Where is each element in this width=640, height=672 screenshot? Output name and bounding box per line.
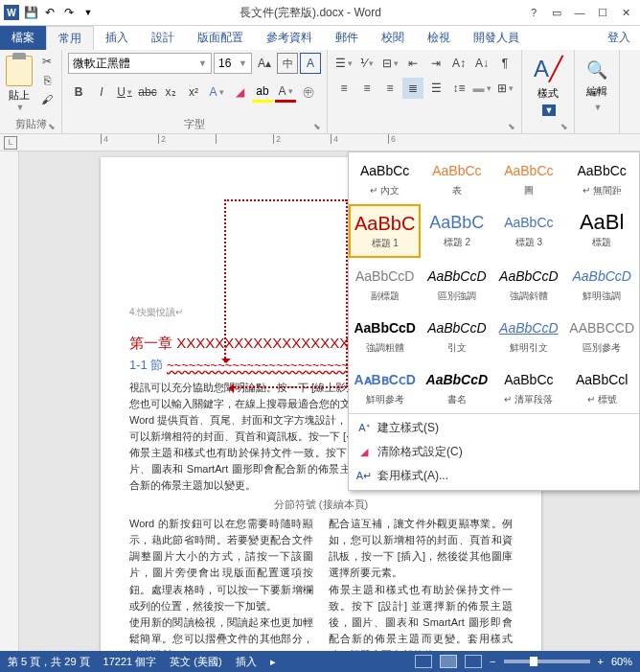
save-icon[interactable]: 💾 [23,5,38,20]
increase-indent-icon[interactable]: ⇥ [425,53,446,74]
text-direction-icon[interactable]: A↕ [448,53,469,74]
distribute-icon[interactable]: ☰ [425,78,446,99]
style-item-[interactable]: AaBbCc表 [421,152,492,204]
paste-icon[interactable] [6,56,33,86]
body-paragraph[interactable]: 配合這互補，讓文件外觀更顯專業。例如，您可以新增相符的封面、頁首和資訊板，按一下… [329,516,513,581]
body-paragraph[interactable]: Word 的新按鈕可以在您需要時隨時顯示，藉此節省時間。若要變更配合文件調整圖片… [129,516,313,614]
tab-file[interactable]: 檔案 [0,26,46,50]
style-item-[interactable]: AaBbCcD區別強調 [421,258,492,310]
body-paragraph[interactable]: 使用新的閱讀檢視，閱讀起來也更加輕鬆簡單。您可以摺疊文件的其他部分，以強調所··… [129,614,313,651]
superscript-button[interactable]: x² [183,81,204,103]
cut-icon[interactable]: ✂ [38,53,56,70]
style-item-1[interactable]: AaBbC標題 1 [349,204,421,258]
close-icon[interactable]: ✕ [617,4,634,21]
align-center-icon[interactable]: ≡ [356,78,377,99]
style-item-[interactable]: AaBbCc圖 [492,152,564,204]
undo-icon[interactable]: ↶ [42,5,57,20]
tab-developer[interactable]: 開發人員 [462,26,531,50]
style-item-[interactable]: AaBbCc↵ 清單段落 [492,361,564,413]
show-marks-icon[interactable]: ¶ [494,53,515,74]
bold-button[interactable]: B [68,81,89,103]
font-size-select[interactable]: 16▼ [214,53,252,74]
macro-indicator[interactable]: ▸ [270,656,276,668]
tab-view[interactable]: 檢視 [416,26,462,50]
editing-button[interactable]: 編輯 [586,84,607,99]
justify-icon[interactable]: ≣ [402,78,423,99]
page-indicator[interactable]: 第 5 頁，共 29 頁 [8,655,90,669]
tab-review[interactable]: 校閱 [370,26,416,50]
shading-icon[interactable]: ▬▾ [471,78,492,99]
language-indicator[interactable]: 英文 (美國) [170,655,221,669]
qat-dropdown-icon[interactable]: ▼ [80,5,96,20]
clear-format-menuitem[interactable]: ◢清除格式設定(C) [349,440,639,464]
tab-home[interactable]: 常用 [46,26,94,50]
styles-dropdown-icon[interactable]: ▼ [542,104,557,116]
tab-mailings[interactable]: 郵件 [324,26,370,50]
borders-icon[interactable]: ⊞▾ [494,78,515,99]
font-color-icon[interactable]: A▾ [275,81,296,103]
tab-selector[interactable]: L [4,136,17,150]
login-link[interactable]: 登入 [598,26,640,50]
style-item-[interactable]: AaBbCcD鮮明引文 [492,310,564,361]
zoom-slider[interactable] [504,660,590,663]
styles-icon[interactable]: A╱ [534,56,562,82]
enclose-char-icon[interactable]: ㊥ [298,81,319,103]
read-mode-icon[interactable] [415,655,432,668]
strike-button[interactable]: abc [137,81,158,103]
bullets-icon[interactable]: ☰▾ [333,53,354,74]
style-item-[interactable]: AaBbCcD鮮明強調 [564,258,639,310]
dialog-launcher-icon[interactable]: ⬊ [48,122,56,131]
text-effects-icon[interactable]: A▾ [206,81,227,103]
paste-button[interactable]: 貼上 [9,88,30,103]
font-name-select[interactable]: 微軟正黑體▼ [68,53,212,74]
style-item-3[interactable]: AaBbCc標題 3 [492,204,564,258]
paste-dropdown-icon[interactable]: ▼ [16,103,25,112]
styles-button[interactable]: 樣式 [537,86,559,101]
copy-icon[interactable]: ⎘ [38,72,56,89]
align-left-icon[interactable]: ≡ [333,78,354,99]
style-item-[interactable]: AᴀBʙCᴄD鮮明參考 [349,361,421,413]
zoom-in-button[interactable]: + [598,656,604,667]
align-right-icon[interactable]: ≡ [379,78,400,99]
style-item-[interactable]: AaBbCc↵ 內文 [349,152,421,204]
highlight-icon[interactable]: ab [252,81,273,103]
style-item-[interactable]: AaBbCcD副標題 [349,258,421,310]
style-item-[interactable]: AaBbCcD引文 [421,310,492,361]
style-item-[interactable]: AaBbCcD強調斜體 [492,258,564,310]
editing-dropdown-icon[interactable]: ▼ [594,103,603,112]
word-count[interactable]: 17221 個字 [103,655,157,669]
underline-button[interactable]: U▾ [114,81,135,103]
help-icon[interactable]: ? [525,4,542,21]
tab-references[interactable]: 參考資料 [255,26,324,50]
insert-mode[interactable]: 插入 [236,655,257,669]
increase-font-icon[interactable]: A▴ [254,53,275,74]
zoom-level[interactable]: 60% [611,656,632,667]
italic-button[interactable]: I [91,81,112,103]
zoom-out-button[interactable]: − [490,656,495,667]
dialog-launcher-icon[interactable]: ⬊ [508,122,515,131]
apply-style-menuitem[interactable]: A↵套用樣式(A)... [349,464,639,488]
maximize-icon[interactable]: ☐ [594,4,611,21]
vertical-ruler[interactable] [0,151,19,651]
multilevel-icon[interactable]: ⊟▾ [379,53,400,74]
tab-layout[interactable]: 版面配置 [186,26,255,50]
dialog-launcher-icon[interactable]: ⬊ [313,122,321,131]
style-item-[interactable]: AaBbCcD強調粗體 [349,310,421,361]
decrease-indent-icon[interactable]: ⇤ [402,53,423,74]
minimize-icon[interactable]: — [571,4,588,21]
redo-icon[interactable]: ↷ [61,5,77,20]
ribbon-display-icon[interactable]: ▭ [548,4,565,21]
line-spacing-icon[interactable]: ↕≡ [448,78,469,99]
tab-design[interactable]: 設計 [140,26,186,50]
create-style-menuitem[interactable]: Aᐩ建立樣式(S) [349,416,639,440]
style-item-[interactable]: AABBCCD區別參考 [564,310,639,361]
web-layout-icon[interactable] [465,655,482,668]
style-item-[interactable]: AaBbCcl↵ 標號 [564,361,639,413]
horizontal-ruler[interactable]: L 42246 [0,134,640,151]
body-paragraph[interactable]: 佈景主題和樣式也有助於保持文件一致。按下 [設計] 並選擇新的佈景主題後，圖片、… [329,582,513,651]
dialog-launcher-icon[interactable]: ⬊ [560,122,568,131]
find-icon[interactable]: 🔍 [586,59,607,81]
style-item-[interactable]: AaBbCcD書名 [421,361,492,413]
tab-insert[interactable]: 插入 [94,26,140,50]
style-item-2[interactable]: AaBbC標題 2 [421,204,492,258]
